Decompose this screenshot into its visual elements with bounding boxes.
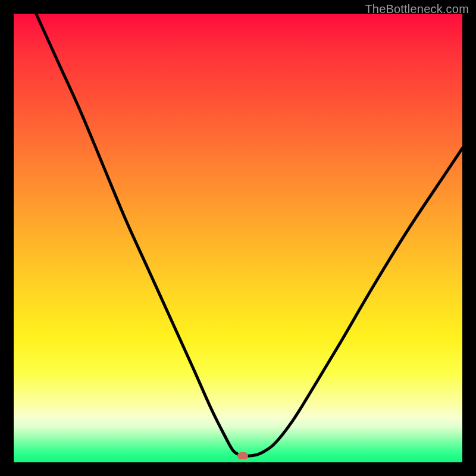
watermark-text: TheBottleneck.com: [365, 2, 469, 16]
bottleneck-curve: [14, 14, 462, 462]
plot-area: [14, 14, 462, 462]
chart-frame: TheBottleneck.com: [0, 0, 476, 476]
optimal-point-marker: [237, 452, 248, 459]
